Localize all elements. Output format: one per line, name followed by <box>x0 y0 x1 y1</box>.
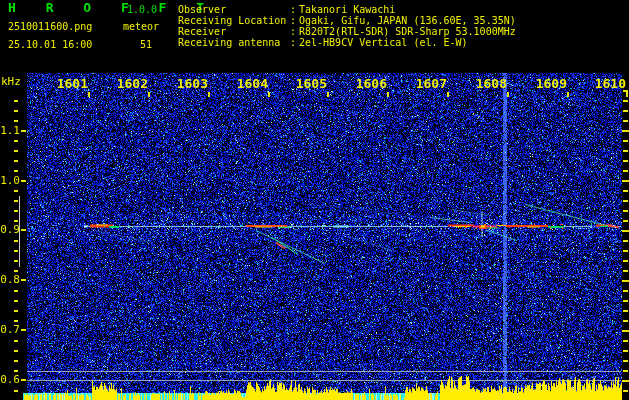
info-row: Observer:Takanori Kawachi <box>178 4 516 15</box>
count-label: 51 <box>140 39 152 50</box>
info-value: Ogaki, Gifu, JAPAN (136.60E, 35.35N) <box>299 15 516 26</box>
info-colon: : <box>290 26 299 37</box>
freq-tick-label: 1.0 <box>0 175 20 186</box>
info-value: 2el-HB9CV Vertical (el. E-W) <box>299 37 468 48</box>
freq-tick-label: 0.8 <box>0 274 20 285</box>
app-version: 1.0.0 <box>127 4 157 15</box>
time-tick-label: 1606 <box>353 78 387 90</box>
info-value: Takanori Kawachi <box>299 4 395 15</box>
time-tick-label: 1605 <box>293 78 327 90</box>
time-tick-label: 1610 <box>592 78 626 90</box>
info-row: Receiving antenna:2el-HB9CV Vertical (el… <box>178 37 516 48</box>
khz-unit-label: kHz <box>1 76 21 87</box>
info-row: Receiver:R820T2(RTL-SDR) SDR-Sharp 53.10… <box>178 26 516 37</box>
hrofft-window: H R O F F T 1.0.0 2510011600.png meteor … <box>0 0 629 400</box>
freq-tick-label: 1.1 <box>0 125 20 136</box>
info-label: Receiver <box>178 26 290 37</box>
info-label: Receiving antenna <box>178 37 290 48</box>
time-tick-label: 1608 <box>473 78 507 90</box>
time-tick-label: 1603 <box>174 78 208 90</box>
info-colon: : <box>290 4 299 15</box>
info-value: R820T2(RTL-SDR) SDR-Sharp 53.1000MHz <box>299 26 516 37</box>
mode-label: meteor <box>123 21 159 32</box>
observer-info: Observer:Takanori KawachiReceiving Locat… <box>178 4 516 48</box>
info-colon: : <box>290 37 299 48</box>
spectrogram-canvas <box>0 0 629 400</box>
time-tick-label: 1601 <box>54 78 88 90</box>
time-tick-label: 1604 <box>234 78 268 90</box>
filename-label: 2510011600.png <box>8 21 92 32</box>
time-tick-label: 1607 <box>413 78 447 90</box>
time-tick-label: 1602 <box>114 78 148 90</box>
freq-tick-label: 0.7 <box>0 324 20 335</box>
time-tick-label: 1609 <box>533 78 567 90</box>
info-row: Receiving Location:Ogaki, Gifu, JAPAN (1… <box>178 15 516 26</box>
datetime-label: 25.10.01 16:00 <box>8 39 92 50</box>
freq-tick-label: 0.6 <box>0 374 20 385</box>
info-colon: : <box>290 15 299 26</box>
info-label: Observer <box>178 4 290 15</box>
info-label: Receiving Location <box>178 15 290 26</box>
freq-tick-label: 0.9 <box>0 224 20 235</box>
